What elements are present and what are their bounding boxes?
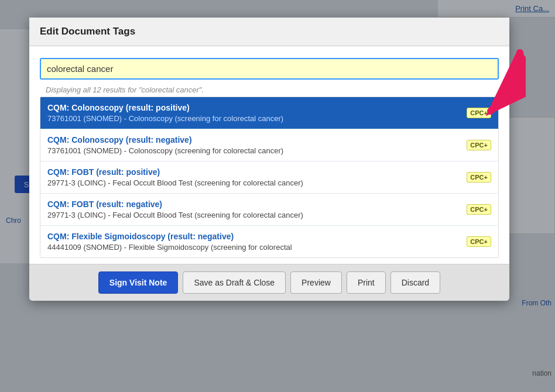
cpc-badge: CPC+ — [467, 140, 491, 150]
cpc-badge: CPC+ — [467, 108, 491, 118]
result-item[interactable]: CQM: FOBT (result: negative) 29771-3 (LO… — [40, 194, 498, 226]
cpc-badge: CPC+ — [467, 236, 491, 247]
result-subtitle: 29771-3 (LOINC) - Fecal Occult Blood Tes… — [47, 211, 491, 219]
result-subtitle: 73761001 (SNOMED) - Colonoscopy (screeni… — [47, 146, 491, 155]
preview-button[interactable]: Preview — [290, 271, 342, 294]
result-title: CQM: Colonoscopy (result: positive) — [47, 103, 491, 112]
result-title: CQM: FOBT (result: positive) — [47, 167, 491, 177]
cpc-badge: CPC+ — [467, 172, 491, 183]
sign-visit-note-button[interactable]: Sign Visit Note — [98, 271, 179, 294]
result-title: CQM: Colonoscopy (result: negative) — [47, 135, 491, 145]
result-subtitle: 73761001 (SNOMED) - Colonoscopy (screeni… — [47, 114, 491, 123]
result-item[interactable]: CQM: Colonoscopy (result: negative) 7376… — [40, 129, 498, 161]
cpc-badge: CPC+ — [467, 204, 491, 215]
result-item[interactable]: CQM: Colonoscopy (result: positive) 7376… — [40, 97, 498, 129]
result-title: CQM: Flexible Sigmoidoscopy (result: neg… — [47, 232, 491, 241]
save-draft-close-button[interactable]: Save as Draft & Close — [183, 271, 286, 294]
modal-footer: Sign Visit Note Save as Draft & Close Pr… — [29, 264, 509, 301]
discard-button[interactable]: Discard — [390, 271, 440, 294]
result-subtitle: 44441009 (SNOMED) - Flexible Sigmoidosco… — [47, 243, 491, 252]
result-subtitle: 29771-3 (LOINC) - Fecal Occult Blood Tes… — [47, 178, 491, 187]
modal-content: Displaying all 12 results for "colorecta… — [29, 46, 509, 264]
result-title: CQM: FOBT (result: negative) — [47, 200, 491, 209]
print-button[interactable]: Print — [347, 271, 386, 294]
modal-header: Edit Document Tags — [29, 18, 509, 46]
results-list: CQM: Colonoscopy (result: positive) 7376… — [40, 97, 499, 258]
result-item[interactable]: CQM: FOBT (result: positive) 29771-3 (LO… — [40, 161, 498, 194]
modal-title: Edit Document Tags — [40, 26, 135, 37]
edit-document-tags-modal: Edit Document Tags Displaying all 12 res… — [29, 18, 509, 301]
tag-search-input[interactable] — [40, 58, 499, 80]
result-item[interactable]: CQM: Flexible Sigmoidoscopy (result: neg… — [40, 226, 498, 257]
results-info: Displaying all 12 results for "colorecta… — [46, 85, 499, 94]
